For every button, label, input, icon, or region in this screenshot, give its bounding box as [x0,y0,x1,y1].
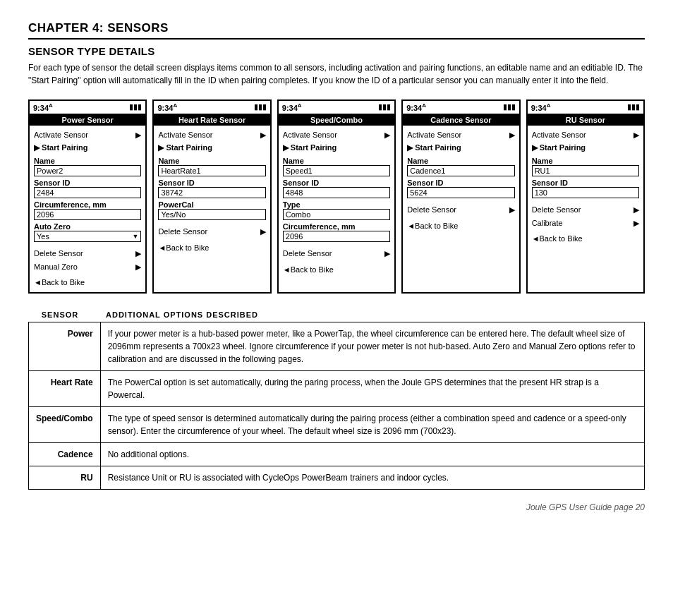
table-row: CadenceNo additional options. [29,443,645,466]
device-label: Name [407,157,514,165]
device-body-speedcombo: Activate Sensor▶▶ Start PairingNameSpeed… [279,126,394,279]
device-field[interactable]: 2484 [34,187,141,198]
device-title-power: Power Sensor [30,114,145,126]
device-label: Sensor ID [532,179,639,187]
device-body-power: Activate Sensor▶▶ Start PairingNamePower… [30,126,145,292]
device-label: Auto Zero [34,222,141,231]
table-row: Heart RateThe PowerCal option is set aut… [29,371,645,407]
battery-icon: ▮▮▮ [627,102,640,111]
device-item-text: Activate Sensor [283,128,337,142]
device-label: Type [283,200,390,209]
device-item-text: Activate Sensor [158,128,212,142]
device-item[interactable]: Activate Sensor▶ [158,128,265,142]
device-item[interactable]: Manual Zero▶ [34,260,141,274]
device-item-text: ◄Back to Bike [158,241,209,255]
page-footer: Joule GPS User Guide page 20 [28,502,645,512]
device-field[interactable]: 2096 [34,209,141,220]
device-field[interactable]: Speed1 [283,165,390,176]
device-power: 9:34A▮▮▮Power SensorActivate Sensor▶▶ St… [28,99,147,294]
device-item-text: Delete Sensor [532,203,581,217]
sensor-description-cell: Resistance Unit or RU is associated with… [100,466,644,490]
device-time: 9:34A [282,102,302,112]
sensor-name-cell: Cadence [29,443,101,466]
device-time: 9:34A [531,102,551,112]
device-item[interactable]: Activate Sensor▶ [34,128,141,142]
device-item: ▶ Start Pairing [532,141,639,155]
device-item: ▶ Start Pairing [283,141,390,155]
table-row: PowerIf your power meter is a hub-based … [29,322,645,371]
device-header-speedcombo: 9:34A▮▮▮ [279,101,394,114]
device-item-text: ▶ Start Pairing [532,141,586,155]
battery-icon: ▮▮▮ [129,102,142,111]
arrow-icon: ▶ [135,247,141,260]
device-item: ◄Back to Bike [283,263,390,277]
device-ru: 9:34A▮▮▮RU SensorActivate Sensor▶▶ Start… [526,99,645,294]
device-body-heartrate: Activate Sensor▶▶ Start PairingNameHeart… [154,126,269,258]
device-title-heartrate: Heart Rate Sensor [154,114,269,126]
sensor-description-cell: No additional options. [100,443,644,466]
device-field[interactable]: 38742 [158,187,265,198]
info-table: PowerIf your power meter is a hub-based … [28,322,645,490]
device-item-text: Manual Zero [34,260,78,274]
device-item-text: ▶ Start Pairing [283,141,336,155]
device-label: PowerCal [158,200,265,209]
device-header-power: 9:34A▮▮▮ [30,101,145,114]
dropdown-arrow-icon: ▼ [132,233,138,240]
sensor-description-cell: The PowerCal option is set automatically… [100,371,644,407]
device-field[interactable]: 4848 [283,187,390,198]
device-item[interactable]: Delete Sensor▶ [158,225,265,238]
arrow-icon: ▶ [260,225,266,238]
device-field[interactable]: HeartRate1 [158,165,265,176]
device-item: ◄Back to Bike [158,241,265,255]
device-item[interactable]: Delete Sensor▶ [407,203,514,217]
device-item-text: Activate Sensor [34,128,88,142]
battery-icon: ▮▮▮ [378,102,391,111]
device-field[interactable]: Power2 [34,165,141,176]
device-item[interactable]: Delete Sensor▶ [532,203,639,217]
device-item[interactable]: Delete Sensor▶ [34,247,141,260]
device-item[interactable]: Calibrate▶ [532,217,639,230]
device-label: Sensor ID [158,179,265,187]
device-item-text: ◄Back to Bike [532,232,583,246]
device-item: ◄Back to Bike [34,276,141,289]
device-field[interactable]: Yes▼ [34,231,141,242]
device-item[interactable]: Delete Sensor▶ [283,247,390,260]
device-cadence: 9:34A▮▮▮Cadence SensorActivate Sensor▶▶ … [401,99,520,294]
device-item[interactable]: Activate Sensor▶ [407,128,514,142]
device-item[interactable]: Activate Sensor▶ [283,128,390,142]
device-item-text: Delete Sensor [283,247,332,260]
arrow-icon: ▶ [509,128,515,142]
device-header-ru: 9:34A▮▮▮ [528,101,643,114]
device-field[interactable]: 5624 [407,187,514,198]
device-item: ▶ Start Pairing [34,141,141,155]
device-item-text: ▶ Start Pairing [158,141,212,155]
sensor-description-cell: If your power meter is a hub-based power… [100,322,644,371]
device-item-text: Delete Sensor [407,203,456,217]
device-field[interactable]: Cadence1 [407,165,514,176]
device-field[interactable]: RU1 [532,165,639,176]
device-body-cadence: Activate Sensor▶▶ Start PairingNameCaden… [403,126,519,236]
device-field[interactable]: 2096 [283,231,390,242]
device-item-text: Calibrate [532,217,563,230]
arrow-icon: ▶ [260,128,266,142]
device-title-speedcombo: Speed/Combo [279,114,394,126]
arrow-icon: ▶ [384,247,390,260]
device-item[interactable]: Activate Sensor▶ [532,128,639,142]
arrow-icon: ▶ [135,260,141,274]
device-header-heartrate: 9:34A▮▮▮ [154,101,269,114]
device-item: ▶ Start Pairing [407,141,514,155]
device-item-text: ▶ Start Pairing [407,141,461,155]
arrow-icon: ▶ [384,128,390,142]
table-header-sensor: SENSOR [28,310,92,319]
sensor-name-cell: RU [29,466,101,490]
table-row: Speed/ComboThe type of speed sensor is d… [29,407,645,443]
arrow-icon: ▶ [633,203,639,217]
arrow-icon: ▶ [633,128,639,142]
device-field[interactable]: 130 [532,187,639,198]
device-field[interactable]: Yes/No [158,209,265,220]
device-label: Name [532,157,639,165]
sensor-name-cell: Heart Rate [29,371,101,407]
device-field[interactable]: Combo [283,209,390,220]
device-title-cadence: Cadence Sensor [403,114,519,126]
sensor-description-cell: The type of speed sensor is determined a… [100,407,644,443]
